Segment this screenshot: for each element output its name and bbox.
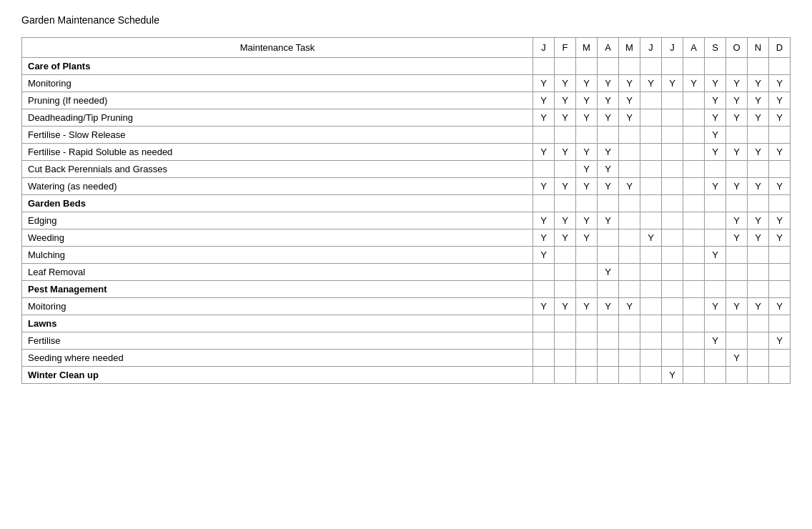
month-cell: [555, 367, 576, 384]
month-cell: [598, 350, 619, 367]
task-name-cell: Fertilise - Slow Release: [22, 127, 533, 144]
task-name-cell: Pest Management: [22, 281, 533, 298]
month-cell: Y: [705, 178, 726, 195]
month-cell: [576, 264, 598, 281]
month-cell: Y: [705, 298, 726, 315]
month-cell: [640, 350, 662, 367]
task-name-cell: Leaf Removal: [22, 264, 533, 281]
month-header-m1: M: [576, 38, 598, 58]
month-cell: [533, 281, 555, 298]
month-cell: Y: [640, 229, 662, 247]
month-header-s: S: [705, 38, 726, 58]
month-cell: [683, 264, 705, 281]
month-cell: Y: [598, 264, 619, 281]
month-header-a1: A: [598, 38, 619, 58]
month-cell: [598, 58, 619, 75]
month-cell: [619, 195, 640, 212]
month-cell: [619, 161, 640, 178]
month-cell: [748, 195, 769, 212]
month-cell: Y: [683, 75, 705, 92]
table-row: EdgingYYYYYYY: [22, 212, 791, 229]
month-cell: [640, 247, 662, 264]
month-cell: [555, 332, 576, 350]
month-cell: Y: [748, 178, 769, 195]
month-cell: [748, 350, 769, 367]
month-cell: [662, 332, 683, 350]
month-cell: Y: [576, 92, 598, 109]
month-cell: [662, 127, 683, 144]
month-cell: [683, 281, 705, 298]
table-row: Leaf RemovalY: [22, 264, 791, 281]
month-cell: Y: [619, 109, 640, 127]
month-cell: Y: [619, 178, 640, 195]
table-row: Deadheading/Tip PruningYYYYYYYYY: [22, 109, 791, 127]
month-cell: Y: [748, 212, 769, 229]
task-name-cell: Moitoring: [22, 298, 533, 315]
month-cell: [619, 127, 640, 144]
month-cell: Y: [726, 298, 748, 315]
month-cell: Y: [705, 332, 726, 350]
month-cell: [555, 281, 576, 298]
month-cell: Y: [619, 298, 640, 315]
task-name-cell: Fertilise - Rapid Soluble as needed: [22, 144, 533, 161]
month-cell: [683, 367, 705, 384]
month-cell: Y: [726, 75, 748, 92]
month-cell: Y: [748, 92, 769, 109]
month-cell: [662, 350, 683, 367]
task-name-cell: Lawns: [22, 315, 533, 332]
month-cell: [619, 264, 640, 281]
month-cell: [748, 161, 769, 178]
month-header-n: N: [748, 38, 769, 58]
table-row: MonitoringYYYYYYYYYYYY: [22, 75, 791, 92]
month-cell: [533, 264, 555, 281]
month-cell: Y: [769, 212, 791, 229]
month-cell: Y: [662, 75, 683, 92]
table-row: Fertilise - Slow ReleaseY: [22, 127, 791, 144]
month-cell: [640, 212, 662, 229]
month-cell: [769, 247, 791, 264]
month-cell: [705, 350, 726, 367]
month-cell: [619, 367, 640, 384]
month-cell: Y: [726, 144, 748, 161]
month-cell: [705, 264, 726, 281]
month-cell: [683, 161, 705, 178]
month-cell: [705, 229, 726, 247]
month-cell: Y: [748, 229, 769, 247]
month-cell: Y: [598, 178, 619, 195]
month-cell: [683, 127, 705, 144]
month-cell: [533, 332, 555, 350]
month-cell: [640, 281, 662, 298]
month-cell: Y: [555, 229, 576, 247]
month-cell: Y: [533, 109, 555, 127]
month-cell: [683, 212, 705, 229]
month-cell: [640, 109, 662, 127]
month-cell: Y: [726, 212, 748, 229]
month-cell: Y: [769, 332, 791, 350]
month-cell: [726, 281, 748, 298]
month-cell: [640, 315, 662, 332]
month-cell: [683, 247, 705, 264]
month-cell: [598, 247, 619, 264]
month-cell: [662, 247, 683, 264]
month-cell: [619, 281, 640, 298]
month-cell: [619, 212, 640, 229]
task-name-cell: Pruning (If needed): [22, 92, 533, 109]
month-cell: [576, 281, 598, 298]
month-cell: Y: [576, 144, 598, 161]
month-cell: Y: [533, 247, 555, 264]
month-cell: Y: [726, 109, 748, 127]
month-cell: [640, 92, 662, 109]
month-cell: [662, 144, 683, 161]
month-cell: [705, 212, 726, 229]
month-cell: [748, 58, 769, 75]
month-cell: [640, 264, 662, 281]
month-cell: [726, 195, 748, 212]
month-cell: [533, 367, 555, 384]
task-name-cell: Seeding where needed: [22, 350, 533, 367]
month-cell: Y: [533, 178, 555, 195]
month-cell: [619, 247, 640, 264]
table-row: Care of Plants: [22, 58, 791, 75]
month-cell: [598, 367, 619, 384]
month-cell: Y: [662, 367, 683, 384]
month-cell: [683, 332, 705, 350]
